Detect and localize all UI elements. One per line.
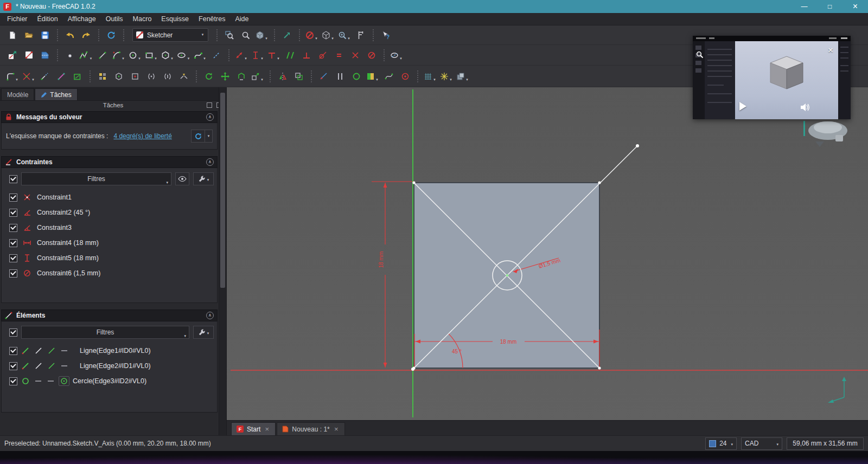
chevron-down-icon[interactable] xyxy=(375,69,380,84)
trim-button[interactable] xyxy=(21,69,36,84)
constraint-row[interactable]: Constraint6 (1,5 mm) xyxy=(5,266,214,281)
minimize-button[interactable]: — xyxy=(792,0,817,13)
constraints-settings-button[interactable] xyxy=(193,172,214,185)
tab-tasks[interactable]: Tâches xyxy=(35,88,77,100)
scrollbar-thumb[interactable] xyxy=(220,93,225,288)
chevron-down-icon[interactable] xyxy=(137,48,142,63)
chevron-down-icon[interactable] xyxy=(276,48,281,63)
element-row[interactable]: Ligne(Edge2#ID1#VL0) xyxy=(5,358,214,373)
constraints-section-header[interactable]: Contraintes xyxy=(1,156,218,168)
grid-toggle-button[interactable] xyxy=(423,69,438,84)
chevron-down-icon[interactable] xyxy=(432,69,437,84)
elements-section-header[interactable]: Éléments xyxy=(1,310,218,321)
chevron-down-icon[interactable] xyxy=(200,29,205,41)
new-document-button[interactable] xyxy=(5,28,20,43)
save-button[interactable] xyxy=(37,28,53,43)
chevron-down-icon[interactable] xyxy=(202,48,207,63)
symmetry-tool-button[interactable] xyxy=(275,69,290,84)
chevron-down-icon[interactable] xyxy=(166,178,168,185)
select-dof-button[interactable] xyxy=(144,69,159,84)
element-row[interactable]: Ligne(Edge1#ID0#VL0) xyxy=(5,343,214,358)
tab-start[interactable]: F Start xyxy=(231,422,276,435)
redo-button[interactable] xyxy=(79,28,94,43)
create-rectangle-button[interactable] xyxy=(144,48,159,63)
chevron-down-icon[interactable] xyxy=(88,48,93,63)
chevron-down-icon[interactable] xyxy=(731,440,733,447)
grid-size-select[interactable]: 24 xyxy=(705,437,737,450)
angle-dimension-label[interactable]: 45 ° xyxy=(452,349,462,355)
offset-tool-button[interactable] xyxy=(234,69,249,84)
chevron-down-icon[interactable] xyxy=(207,175,209,183)
horizontal-vertical-constraint-button[interactable] xyxy=(266,48,282,63)
perpendicular-constraint-button[interactable] xyxy=(299,48,314,63)
snap-toggle-button[interactable] xyxy=(439,69,454,84)
chevron-down-icon[interactable] xyxy=(121,48,126,63)
constraint-checkbox[interactable] xyxy=(9,269,17,278)
select-constraints-button[interactable] xyxy=(95,69,110,84)
chevron-down-icon[interactable] xyxy=(15,69,20,84)
video-volume-icon[interactable] xyxy=(800,103,810,112)
chevron-down-icon[interactable] xyxy=(260,48,265,63)
create-bspline-button[interactable] xyxy=(193,48,208,63)
chevron-down-icon[interactable] xyxy=(186,48,191,63)
chevron-down-icon[interactable] xyxy=(207,328,209,336)
fillet-button[interactable] xyxy=(5,69,20,84)
element-checkbox[interactable] xyxy=(9,377,17,385)
create-line-button[interactable] xyxy=(95,48,110,63)
create-polyline-button[interactable] xyxy=(79,48,94,63)
show-hide-constraints-button[interactable] xyxy=(175,172,189,185)
toggle-construction-geometry-button[interactable] xyxy=(349,69,364,84)
menu-edition[interactable]: Édition xyxy=(33,14,63,24)
menu-fenetres[interactable]: Fenêtres xyxy=(194,14,230,24)
navigation-style-select[interactable]: CAD xyxy=(741,437,782,450)
elements-filter-checkbox[interactable] xyxy=(9,328,17,337)
3d-viewport[interactable]: 18 mm 18 mm 45 ° Ø1,5 mm xyxy=(227,87,868,420)
horizontal-dimension-label[interactable]: 18 mm xyxy=(500,339,517,345)
close-tab-icon[interactable] xyxy=(264,426,270,433)
fit-all-button[interactable] xyxy=(222,28,237,43)
clone-tool-button[interactable] xyxy=(291,69,307,84)
carbon-copy-button[interactable] xyxy=(70,69,85,84)
video-close-icon[interactable] xyxy=(828,46,833,55)
create-polygon-button[interactable] xyxy=(160,48,175,63)
solver-section-header[interactable]: Messages du solveur xyxy=(1,111,218,123)
close-tab-icon[interactable] xyxy=(333,426,340,433)
link-navigate-button[interactable] xyxy=(279,28,295,43)
tab-model[interactable]: Modèle xyxy=(1,88,34,100)
undo-button[interactable] xyxy=(62,28,78,43)
constraint-checkbox[interactable] xyxy=(9,224,17,232)
workbench-selector[interactable]: Sketcher xyxy=(132,28,208,42)
dimension-constraint-button[interactable] xyxy=(234,48,249,63)
element-row[interactable]: Cercle(Edge3#ID2#VL0) xyxy=(5,373,214,389)
menu-outils[interactable]: Outils xyxy=(101,14,128,24)
switch-virtual-space-button[interactable] xyxy=(398,69,413,84)
close-button[interactable]: × xyxy=(843,0,868,13)
rendering-order-button[interactable] xyxy=(455,69,470,84)
bspline-degree-button[interactable] xyxy=(381,69,397,84)
chevron-down-icon[interactable] xyxy=(399,48,404,63)
constraint-row[interactable]: Constraint1 xyxy=(5,190,214,205)
equal-constraint-button[interactable] xyxy=(331,48,347,63)
symmetric-constraint-button[interactable] xyxy=(348,48,363,63)
measure-button[interactable] xyxy=(353,28,368,43)
extend-button[interactable] xyxy=(37,69,53,84)
distance-constraint-button[interactable] xyxy=(250,48,265,63)
chevron-down-icon[interactable] xyxy=(465,69,470,84)
select-origin-button[interactable] xyxy=(127,69,143,84)
menu-macro[interactable]: Macro xyxy=(128,14,157,24)
bspline-display-button[interactable] xyxy=(365,69,380,84)
whats-this-button[interactable]: ? xyxy=(378,28,393,43)
chevron-down-icon[interactable] xyxy=(184,331,186,339)
vertical-dimension-label[interactable]: 18 mm xyxy=(378,252,384,268)
tutorial-video-popup[interactable] xyxy=(693,36,851,119)
zoom-tools-button[interactable] xyxy=(337,28,352,43)
constraint-checkbox[interactable] xyxy=(9,194,17,202)
menu-esquisse[interactable]: Esquisse xyxy=(156,14,194,24)
menu-fichier[interactable]: Fichier xyxy=(2,14,33,24)
chevron-down-icon[interactable] xyxy=(154,48,158,63)
axonometric-view-button[interactable] xyxy=(254,28,270,43)
element-checkbox[interactable] xyxy=(9,347,17,355)
element-checkbox[interactable] xyxy=(9,362,17,370)
chevron-down-icon[interactable] xyxy=(170,48,175,63)
view-sketch-button[interactable] xyxy=(21,48,36,63)
